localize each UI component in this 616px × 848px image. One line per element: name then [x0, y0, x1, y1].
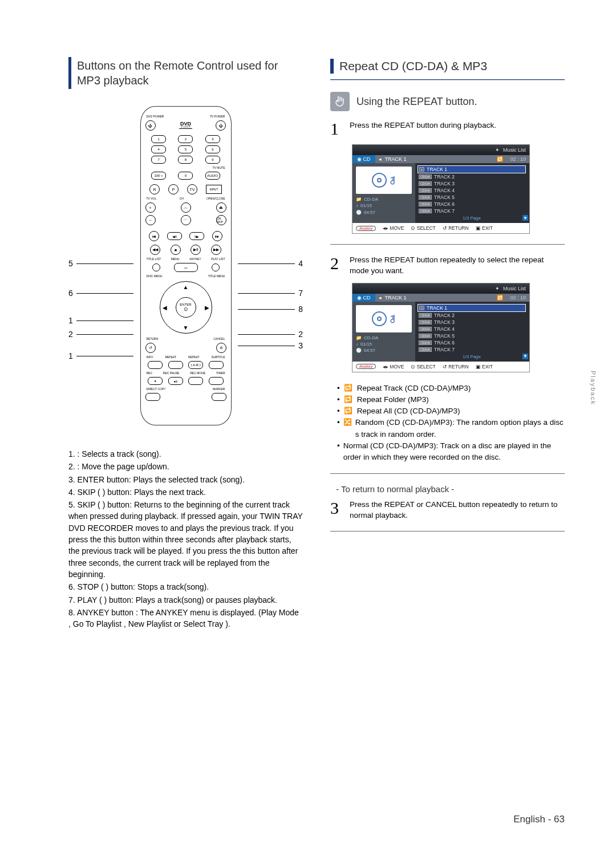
osd-track-3: TRACK 3: [434, 181, 455, 186]
step-2: 2 Press the REPEAT button repeatedly to …: [330, 255, 565, 275]
side-tab: Playback: [590, 371, 597, 405]
audio-button[interactable]: AUDIO: [205, 172, 220, 180]
return-button[interactable]: ↺: [145, 343, 156, 353]
repeat-item-3: Repeat All (CD (CD-DA)/MP3): [357, 405, 460, 417]
num-100[interactable]: 100 +: [151, 172, 166, 180]
rec-mode-button[interactable]: [188, 377, 203, 385]
osd-cd: CD: [363, 156, 371, 162]
osd-track-header: TRACK 1: [385, 156, 407, 162]
tv-power-button[interactable]: ⏻: [216, 120, 226, 131]
osd-info-time: 04:57: [364, 209, 375, 216]
using-text: Using the REPEAT button.: [356, 96, 477, 108]
rec-pause-button[interactable]: ●Ⅱ: [168, 377, 183, 385]
num-2[interactable]: 2: [178, 135, 193, 143]
dpad[interactable]: ▲ ▼ ◀ ▶ ENTER ⊙: [160, 281, 212, 334]
num-6[interactable]: 6: [205, 145, 220, 153]
osd2-info-time: 04:57: [364, 347, 375, 354]
direct-copy-button[interactable]: [145, 393, 160, 401]
repeat-ab-button[interactable]: ( A-B ): [188, 361, 203, 369]
cancel-button[interactable]: ⊘: [216, 343, 226, 353]
label-tv-mute: TV MUTE: [213, 166, 225, 169]
dvd-logo: DVDV I D E O: [179, 122, 192, 129]
callout-2a: 2: [68, 330, 73, 339]
stop-button[interactable]: ■: [171, 245, 181, 255]
num-9[interactable]: 9: [205, 156, 220, 164]
ch-down[interactable]: ﹀: [181, 215, 191, 225]
osd2-title: Music List: [503, 286, 526, 291]
callout-7: 7: [298, 289, 303, 298]
cm-skip[interactable]: CM SKIP: [216, 215, 226, 225]
timer-button[interactable]: [209, 377, 224, 385]
num-5[interactable]: 5: [178, 145, 193, 153]
osd-track-4: TRACK 4: [434, 188, 455, 193]
label-info: INFO: [147, 355, 153, 359]
right-heading: Repeat CD (CD-DA) & MP3: [330, 57, 565, 75]
osd-track-6: TRACK 6: [434, 201, 455, 207]
ff-button[interactable]: ▶▶: [211, 245, 221, 255]
step-3-num: 3: [330, 500, 343, 520]
input-button[interactable]: INPUT: [206, 185, 222, 194]
repeat-folder-icon: 🔁: [343, 394, 354, 405]
marker-button[interactable]: [212, 393, 226, 401]
disc-icon: [356, 167, 412, 194]
page-footer: English - 63: [513, 814, 565, 825]
label-tv-vol: TV VOL: [147, 197, 157, 200]
num-0[interactable]: 0: [178, 172, 193, 180]
play-pause-button[interactable]: ▶Ⅱ: [191, 245, 201, 255]
osd-info-type: CD-DA: [364, 196, 378, 202]
osd-screenshot-1: ✦Music List ◉ CD ◂ TRACK 1 🔁 02 : 10 📁CD…: [352, 144, 530, 234]
divider: [330, 244, 565, 245]
dvd-power-button[interactable]: ⏻: [145, 120, 156, 131]
label-timer: TIMER: [216, 371, 225, 375]
vol-down[interactable]: −: [145, 215, 156, 225]
open-close[interactable]: ⏏: [216, 202, 226, 213]
osd-foot-return: RETURN: [448, 225, 468, 231]
step-back[interactable]: ◀Ⅱ: [167, 232, 182, 240]
legend-3: 3. ENTER button: Plays the selected trac…: [68, 474, 303, 485]
using-row: Using the REPEAT button.: [330, 92, 565, 111]
enter-button[interactable]: ENTER ⊙: [176, 297, 196, 318]
num-7[interactable]: 7: [151, 156, 166, 164]
ch-up[interactable]: ︿: [181, 202, 191, 213]
subtitle-button[interactable]: [209, 361, 224, 369]
num-1[interactable]: 1: [151, 135, 166, 143]
osd2-track-6: TRACK 6: [434, 340, 455, 346]
rec-button[interactable]: ●: [148, 377, 163, 385]
r-button[interactable]: R: [149, 184, 160, 194]
skip-next-button[interactable]: ⏭: [212, 231, 222, 241]
callout-5: 5: [68, 259, 73, 268]
label-rec-pause: REC PAUSE: [163, 371, 180, 375]
repeat-item-5: Normal (CD (CD-DA)/MP3): Track on a disc…: [343, 440, 565, 464]
osd2-track-4: TRACK 4: [434, 326, 455, 332]
tv-button[interactable]: TV: [187, 184, 197, 194]
repeat-item-2: Repeat Folder (MP3): [357, 394, 429, 405]
osd-foot-move: MOVE: [390, 225, 404, 231]
osd-screenshot-2: ✦Music List ◉ CD ◂ TRACK 1 🔂 02 : 10 📁CD…: [352, 283, 530, 372]
num-4[interactable]: 4: [151, 145, 166, 153]
repeat-button[interactable]: [168, 361, 183, 369]
vol-up[interactable]: +: [145, 202, 156, 213]
osd2-foot-anykey: Anykey: [356, 364, 376, 369]
step-2-num: 2: [330, 255, 343, 275]
legend-1: 1. : Selects a track (song).: [68, 448, 303, 460]
num-8[interactable]: 8: [178, 156, 193, 164]
scroll-down-icon: ▼: [522, 215, 528, 221]
callout-3: 3: [298, 341, 303, 350]
label-rec-mode: REC MODE: [190, 371, 205, 375]
label-repeat: REPEAT: [165, 355, 176, 359]
p-button[interactable]: P: [168, 184, 179, 194]
num-3[interactable]: 3: [205, 135, 220, 143]
osd2-foot-move: MOVE: [390, 364, 404, 370]
rew-button[interactable]: ◀◀: [150, 245, 160, 255]
menu-button[interactable]: ▭: [174, 263, 198, 272]
title-list-button[interactable]: [152, 263, 160, 271]
skip-prev-button[interactable]: ⏮: [149, 231, 159, 241]
osd-info-track: 01/15: [360, 202, 372, 209]
dpad-left-icon: ◀: [163, 305, 167, 311]
anykey-button[interactable]: [212, 263, 220, 271]
info-button[interactable]: [148, 361, 163, 369]
label-subtitle: SUBTITLE: [212, 355, 225, 359]
step-fwd[interactable]: Ⅱ▶: [189, 232, 204, 240]
osd-time: 02 : 10: [506, 155, 529, 163]
repeat-mode-list: •🔂Repeat Track (CD (CD-DA)/MP3) •🔁Repeat…: [337, 383, 565, 464]
